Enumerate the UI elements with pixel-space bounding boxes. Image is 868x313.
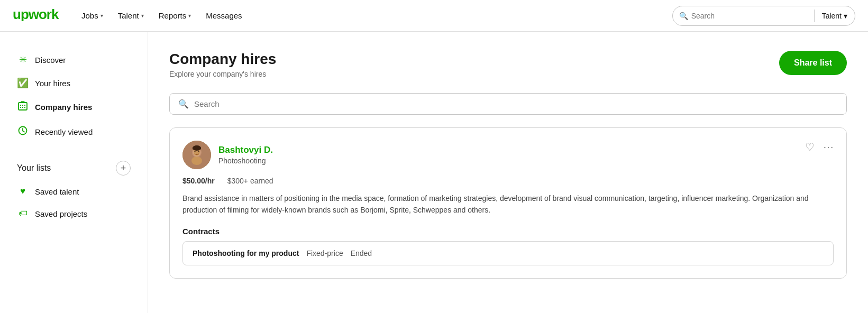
card-person: Bashtovyi D. Photoshooting: [182, 141, 273, 169]
page-title: Company hires: [169, 51, 276, 68]
save-heart-icon[interactable]: ♡: [805, 141, 815, 153]
upwork-logo[interactable]: upwork: [13, 6, 60, 25]
talent-filter-select[interactable]: Talent ▾: [815, 12, 855, 20]
card-description: Brand assistance in matters of positioni…: [182, 192, 834, 216]
sidebar-item-company-hires[interactable]: Company hires: [13, 95, 135, 119]
talent-card: Bashtovyi D. Photoshooting ♡ ⋯ $50.00/hr…: [169, 127, 847, 279]
discover-icon: ✳: [17, 54, 29, 66]
contract-status: Ended: [351, 249, 372, 257]
add-list-button[interactable]: +: [116, 161, 131, 176]
page-header: Company hires Explore your company's hir…: [169, 51, 847, 78]
your-lists-section: Your lists + ♥ Saved talent 🏷 Saved proj…: [13, 159, 135, 224]
your-hires-icon: ✅: [17, 77, 29, 89]
person-name[interactable]: Bashtovyi D.: [218, 145, 273, 155]
contract-item: Photoshooting for my product Fixed-price…: [182, 241, 834, 265]
saved-talent-icon: ♥: [17, 186, 29, 197]
more-options-icon[interactable]: ⋯: [823, 141, 834, 153]
sidebar-item-recently-viewed[interactable]: Recently viewed: [13, 120, 135, 144]
sidebar: ✳ Discover ✅ Your hires Company hire: [0, 32, 148, 313]
sidebar-item-your-hires[interactable]: ✅ Your hires: [13, 72, 135, 94]
page-title-block: Company hires Explore your company's hir…: [169, 51, 276, 78]
page-subtitle: Explore your company's hires: [169, 70, 276, 78]
search-icon: 🔍: [178, 99, 189, 109]
search-input[interactable]: [691, 12, 808, 20]
avatar-image: [182, 141, 211, 169]
contract-name: Photoshooting for my product: [193, 249, 299, 257]
your-lists-header: Your lists +: [13, 159, 135, 181]
nav-jobs[interactable]: Jobs ▾: [81, 11, 103, 20]
chevron-down-icon: ▾: [100, 13, 103, 19]
svg-rect-6: [22, 107, 23, 108]
search-icon: 🔍: [679, 12, 688, 20]
top-nav: upwork Jobs ▾ Talent ▾ Reports ▾ Message…: [0, 0, 868, 32]
chevron-down-icon: ▾: [188, 13, 191, 19]
sidebar-item-discover[interactable]: ✳ Discover: [13, 49, 135, 71]
main-content: Company hires Explore your company's hir…: [148, 32, 868, 313]
svg-rect-19: [193, 147, 201, 150]
page-layout: ✳ Discover ✅ Your hires Company hire: [0, 32, 868, 313]
card-stats: $50.00/hr $300+ earned: [182, 177, 834, 185]
contracts-section: Contracts Photoshooting for my product F…: [182, 227, 834, 265]
svg-rect-2: [20, 105, 21, 106]
svg-rect-5: [20, 107, 21, 108]
svg-point-16: [194, 151, 195, 152]
sidebar-item-saved-projects[interactable]: 🏷 Saved projects: [13, 203, 135, 224]
svg-rect-7: [24, 107, 25, 108]
svg-point-17: [198, 151, 199, 152]
nav-messages[interactable]: Messages: [206, 11, 242, 20]
chevron-down-icon: ▾: [141, 13, 144, 19]
share-list-button[interactable]: Share list: [779, 51, 847, 75]
svg-text:upwork: upwork: [13, 6, 59, 21]
card-header: Bashtovyi D. Photoshooting ♡ ⋯: [182, 141, 834, 169]
saved-projects-icon: 🏷: [17, 208, 29, 219]
hourly-rate: $50.00/hr: [182, 177, 215, 185]
person-info: Bashtovyi D. Photoshooting: [218, 145, 273, 165]
top-search-bar: 🔍 Talent ▾: [672, 6, 855, 26]
card-actions: ♡ ⋯: [805, 141, 834, 153]
main-search-box: 🔍: [169, 93, 847, 115]
search-input-wrap: 🔍: [673, 12, 814, 20]
contracts-label: Contracts: [182, 227, 834, 236]
sidebar-item-saved-talent[interactable]: ♥ Saved talent: [13, 181, 135, 202]
svg-point-15: [191, 156, 202, 165]
nav-reports[interactable]: Reports ▾: [159, 11, 191, 20]
svg-rect-1: [19, 103, 27, 110]
recently-viewed-icon: [17, 125, 29, 139]
person-title: Photoshooting: [218, 156, 273, 165]
chevron-down-icon: ▾: [844, 12, 847, 20]
avatar: [182, 141, 211, 169]
contract-type: Fixed-price: [306, 249, 343, 257]
total-earned: $300+ earned: [227, 177, 273, 185]
svg-rect-3: [22, 105, 23, 106]
svg-rect-4: [24, 105, 25, 106]
company-hires-icon: [17, 100, 29, 114]
nav-talent[interactable]: Talent ▾: [118, 11, 144, 20]
main-search-input[interactable]: [194, 99, 838, 108]
